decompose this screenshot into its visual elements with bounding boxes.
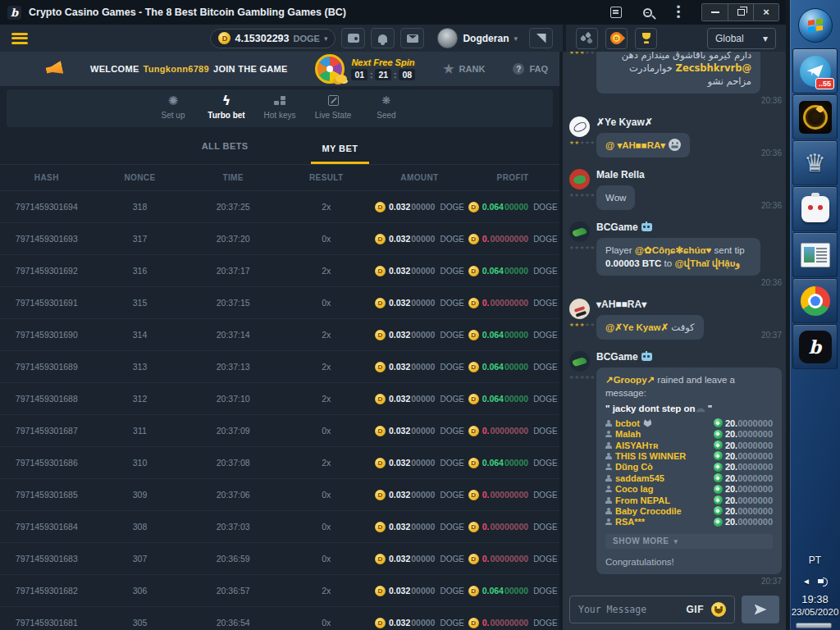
toolbar-item-setup[interactable]: ✺Set up [153, 94, 193, 127]
message-input[interactable]: Your Message GIF [569, 596, 735, 623]
minimize-button[interactable] [702, 4, 728, 21]
table-row[interactable]: 797145930168631020:37:082xD0.03200000DOG… [0, 447, 559, 479]
cell-amount: D0.03200000DOGE [373, 266, 467, 276]
restore-button[interactable] [728, 4, 753, 21]
hot-bets-button[interactable]: D [605, 28, 628, 49]
notifications-button[interactable] [371, 28, 395, 48]
table-row[interactable]: 797145930168330720:36:590xD0.03200000DOG… [0, 543, 559, 575]
clock-time[interactable]: 19:38 [801, 593, 829, 605]
table-row[interactable]: 797145930169131520:37:150xD0.03200000DOG… [0, 287, 559, 319]
chat-username[interactable]: ✗Ye Kyaw✗ [596, 116, 782, 128]
doge-coin-icon: D [375, 330, 386, 340]
cell-profit: D0.06400000DOGE [466, 458, 559, 468]
user-mention[interactable]: @✿Côŋɕ✻ɕhúα♥ [635, 245, 712, 255]
toolbar-item-livestate[interactable]: Live State [313, 94, 353, 127]
contest-button[interactable] [635, 28, 657, 49]
toolbar-item-turbo[interactable]: ϟTurbo bet [207, 94, 246, 127]
tab-all-bets[interactable]: ALL BETS [190, 141, 260, 164]
table-row[interactable]: 797145930169431820:37:252xD0.03200000DOG… [0, 191, 559, 223]
table-row[interactable]: 797145930168731120:37:090xD0.03200000DOG… [0, 415, 559, 447]
cell-amount-zeros: 00000 [411, 522, 435, 532]
taskbar-item-crown[interactable]: ♛ [792, 140, 838, 185]
taskbar-item-bcgame[interactable] [792, 324, 838, 369]
taskbar-item-start[interactable] [792, 2, 838, 48]
send-button[interactable] [742, 596, 779, 623]
doge-coin-icon: D [468, 490, 479, 500]
currency-label: DOGE [533, 299, 557, 308]
wallet-button[interactable] [341, 28, 365, 48]
table-row[interactable]: 797145930168831220:37:102xD0.03200000DOG… [0, 383, 559, 415]
user-menu[interactable]: Dogderan ▾ [437, 28, 518, 48]
hidden-icons-arrow[interactable]: ◄ [802, 577, 810, 586]
quick-bet-button[interactable] [529, 28, 553, 48]
language-indicator[interactable]: PT [809, 555, 821, 566]
table-row[interactable]: 797145930168530920:37:060xD0.03200000DOG… [0, 479, 559, 511]
user-mention[interactable]: @✗Ye Kyaw✗ [605, 322, 669, 332]
faq-link[interactable]: ? FAQ [513, 63, 548, 75]
cell-nonce: 309 [94, 490, 187, 500]
close-button[interactable]: × [753, 4, 778, 21]
user-mention[interactable]: @ ▾AH■■RA▾ [605, 140, 665, 150]
cell-nonce: 313 [94, 362, 187, 372]
avatar[interactable] [569, 221, 590, 242]
chat-username[interactable]: BCGame [596, 221, 782, 233]
toolbar-item-hotkeys[interactable]: Hot keys [260, 94, 299, 127]
speaker-icon[interactable] [818, 577, 828, 586]
table-row[interactable]: 797145930169231620:37:172xD0.03200000DOG… [0, 255, 559, 287]
avatar[interactable] [569, 299, 590, 319]
rank-link[interactable]: ★ RANK [443, 62, 485, 76]
menu-dots-icon[interactable]: ••• [670, 4, 687, 21]
cell-result: 2x [280, 586, 373, 596]
taskbar-item-viewer[interactable] [792, 232, 838, 277]
table-row[interactable]: 797145930169031420:37:142xD0.03200000DOG… [0, 319, 559, 351]
table-row[interactable]: 797145930168130520:36:540xD0.03200000DOG… [0, 607, 559, 630]
cell-time: 20:36:54 [186, 618, 280, 628]
hamburger-menu-icon[interactable] [11, 33, 28, 44]
chat-scroll-area[interactable]: ★★★★★پشت سیستم نشسته راحت گوز گوز @Btcma… [563, 52, 786, 589]
table-row[interactable]: 797145930168931320:37:132xD0.03200000DOG… [0, 351, 559, 383]
taskbar-item-telegram[interactable]: ..55 [792, 48, 838, 94]
cell-profit-value: 0. [482, 490, 490, 500]
cell-profit-value: 0.064 [482, 586, 504, 596]
rain-button[interactable] [576, 28, 598, 49]
chat-bubble: Wow [596, 185, 635, 210]
avatar[interactable] [569, 169, 590, 189]
gif-button[interactable]: GIF [687, 604, 705, 615]
recipient-name[interactable]: RSA*** [605, 515, 645, 528]
document-viewer-icon [801, 243, 830, 267]
clock-date[interactable]: 23/05/2020 [792, 607, 839, 617]
taskbar-item-dicebot[interactable] [792, 186, 838, 231]
zoom-out-icon[interactable] [639, 4, 655, 21]
translate-icon[interactable] [608, 4, 624, 21]
table-row[interactable]: 797145930169331720:37:200xD0.03200000DOG… [0, 223, 559, 255]
taskbar-item-game[interactable] [792, 94, 838, 139]
user-mention[interactable]: @Zecsbhkrvrb [676, 62, 751, 74]
table-row[interactable]: 797145930168230620:36:572xD0.03200000DOG… [0, 575, 559, 607]
chat-username[interactable]: BCGame [596, 351, 782, 363]
messages-button[interactable] [400, 28, 424, 48]
rain-sender[interactable]: ↗Groopy↗ [605, 375, 655, 385]
toolbar-item-seed[interactable]: ❋Seed [367, 94, 406, 127]
cell-profit-zeros: 00000000 [490, 522, 528, 532]
chat-channel-select[interactable]: Global ▾ [707, 28, 776, 49]
chat-username[interactable]: Male Rella [596, 169, 782, 180]
taskbar-item-chrome[interactable] [792, 278, 838, 323]
balance-selector[interactable]: D 4.15302293 DOGE ▾ [210, 29, 336, 48]
column-header: NONCE [94, 173, 187, 182]
free-spin-widget[interactable]: Next Free Spin 01:21:08 [315, 54, 415, 84]
tab-my-bet[interactable]: MY BET [311, 144, 370, 164]
show-more-button[interactable]: SHOW MORE▾ [605, 534, 773, 549]
message-placeholder: Your Message [578, 604, 679, 615]
recipient-name-text: RSA*** [615, 515, 645, 528]
emoji-button[interactable] [711, 602, 726, 617]
cell-time: 20:37:20 [186, 234, 280, 244]
avatar[interactable] [569, 116, 590, 137]
table-row[interactable]: 797145930168430820:37:030xD0.03200000DOG… [0, 511, 559, 543]
chat-username[interactable]: ▾AH■■RA▾ [596, 299, 782, 310]
cell-profit-value: 0.064 [482, 458, 504, 468]
show-desktop-button[interactable] [796, 623, 832, 628]
cell-time: 20:37:10 [186, 394, 280, 404]
avatar[interactable] [569, 351, 590, 372]
chat-message: ★★★★★▾AH■■RA▾@✗Ye Kyaw✗ کوفت20:37 [569, 298, 782, 340]
user-mention[interactable]: @վThaĩ վHậυو [674, 258, 740, 268]
